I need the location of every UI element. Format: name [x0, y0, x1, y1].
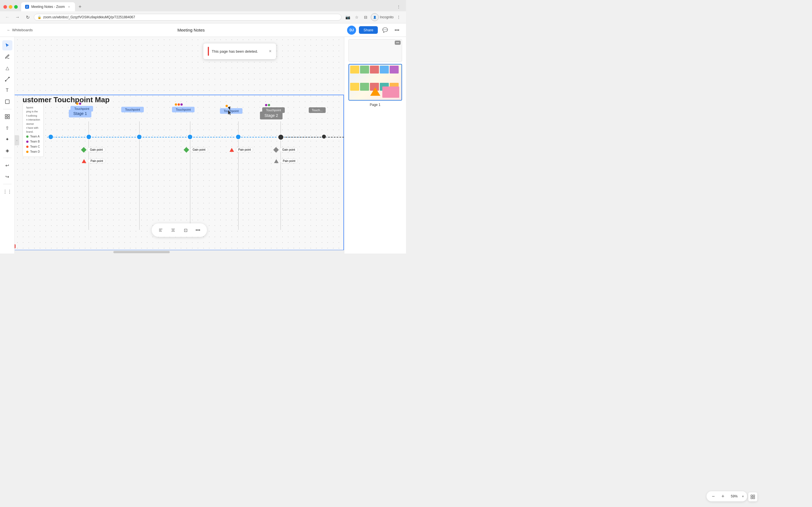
touchpoint-5: Touchpoint — [262, 107, 285, 113]
user-avatar-button[interactable]: DJ — [347, 25, 356, 35]
split-view-icon[interactable]: ⊟ — [362, 13, 370, 21]
bookmark-icon[interactable]: ☆ — [353, 13, 361, 21]
eraser-tool-button[interactable]: ◈ — [2, 145, 12, 156]
blank-page-more-button[interactable]: ••• — [395, 41, 401, 45]
team-c-dot — [26, 146, 29, 148]
lock-icon: 🔒 — [38, 15, 42, 19]
toast-message: This page has been deleted. — [212, 49, 258, 54]
page-title: Meeting Notes — [35, 27, 347, 33]
tab-close-button[interactable]: × — [67, 5, 71, 9]
maximize-button[interactable] — [14, 5, 18, 9]
comment-button[interactable]: 💬 — [380, 25, 390, 35]
svg-rect-6 — [8, 117, 9, 119]
scrollbar-area[interactable] — [15, 250, 344, 253]
tp3-team-d — [175, 103, 177, 106]
legend-team-b: Team B — [26, 139, 40, 144]
blank-page-thumbnail[interactable]: ••• — [349, 39, 402, 62]
profile-button[interactable]: 👤 — [371, 13, 378, 21]
tp4-team-d — [225, 105, 228, 107]
pain-triangle-3 — [274, 159, 278, 163]
align-left-button[interactable] — [156, 226, 165, 235]
left-toolbar: △ T ⇧ ✦ ◈ ↩ ↪ ⋮⋮ — [0, 37, 15, 253]
right-panel: ••• Pag — [344, 37, 406, 253]
more-toolbar-button[interactable]: ••• — [193, 226, 202, 235]
canvas-border-right — [343, 95, 344, 250]
legend-team-d: Team D — [26, 149, 40, 154]
page-label: Page 1 — [370, 103, 380, 107]
browser-actions: 📷 ☆ ⊟ 👤 Incognito ⋮ — [344, 13, 403, 21]
browser-chrome: Z Meeting Notes - Zoom × + ⋮ ← → ↻ 🔒 zoo… — [0, 0, 406, 23]
shapes-tool-button[interactable]: △ — [2, 63, 12, 73]
active-tab[interactable]: Z Meeting Notes - Zoom × — [21, 2, 75, 11]
header-actions: DJ Share 💬 ••• — [347, 25, 402, 35]
toast-close-button[interactable]: × — [269, 49, 271, 54]
journey-dot-start — [48, 134, 54, 140]
minimize-button[interactable] — [9, 5, 12, 9]
gain-point-1: Gain point — [82, 147, 105, 152]
journey-dot-4 — [236, 134, 241, 140]
tab-favicon: Z — [25, 5, 29, 9]
align-center-button[interactable] — [168, 226, 177, 235]
magic-tool-button[interactable]: ✦ — [2, 134, 12, 144]
share-button[interactable]: Share — [359, 26, 378, 34]
canvas-border-top — [15, 95, 344, 95]
gain-label-3: Gain point — [280, 147, 298, 152]
redo-button[interactable]: ↪ — [2, 172, 12, 182]
team-d-indicator — [76, 103, 79, 105]
window-controls — [3, 5, 18, 9]
new-tab-button[interactable]: + — [76, 3, 84, 11]
pain-label-1: Pain point — [88, 159, 105, 163]
collapse-handle[interactable]: ‹ — [15, 135, 19, 145]
touchpoint-6: Touch... — [309, 107, 326, 113]
menu-icon[interactable]: ⋮ — [395, 13, 403, 21]
pain-label-2: Pain point — [236, 147, 253, 152]
journey-dot-3 — [187, 134, 193, 140]
back-arrow-icon: ← — [7, 28, 10, 32]
deleted-page-toast: This page has been deleted. × — [203, 43, 276, 59]
pain-triangle-2 — [230, 148, 234, 152]
pencil-tool-button[interactable] — [2, 52, 12, 62]
camera-off-icon[interactable]: 📷 — [344, 13, 352, 21]
back-to-whiteboards-button[interactable]: ← Whiteboards — [4, 26, 35, 34]
gain-point-2: Gain point — [185, 147, 208, 152]
svg-rect-3 — [5, 115, 7, 116]
tab-bar: Z Meeting Notes - Zoom × + ⋮ — [0, 0, 406, 11]
grid-button[interactable]: ⋮⋮ — [2, 186, 12, 196]
pain-point-1: Pain point — [82, 159, 105, 163]
back-nav-button[interactable]: ← — [3, 13, 11, 21]
page-thumbnail[interactable] — [349, 64, 402, 101]
team-b-dot — [26, 140, 29, 143]
gain-diamond-2 — [184, 147, 189, 153]
select-tool-button[interactable] — [2, 40, 12, 50]
toolbar-divider — [3, 109, 11, 109]
touchpoint-4: Touchpoint — [220, 108, 243, 114]
legend-desc: hpointping is thef outliningn interactio… — [26, 106, 40, 134]
text-tool-button[interactable]: T — [2, 86, 12, 96]
frame-button[interactable]: ⊡ — [181, 226, 190, 235]
extensions-button[interactable]: ⋮ — [395, 3, 403, 11]
undo-button[interactable]: ↩ — [2, 160, 12, 170]
tab-title: Meeting Notes - Zoom — [31, 5, 65, 9]
reload-button[interactable]: ↻ — [24, 13, 32, 21]
journey-dot-2 — [137, 134, 142, 140]
scrollbar-thumb[interactable] — [113, 251, 170, 253]
gain-label-1: Gain point — [87, 147, 105, 152]
more-options-button[interactable]: ••• — [393, 25, 402, 35]
svg-point-0 — [5, 80, 6, 81]
rectangle-tool-button[interactable] — [2, 97, 12, 107]
touchpoint-2: Touchpoint — [121, 107, 144, 112]
line-tool-button[interactable] — [2, 74, 12, 84]
upload-tool-button[interactable]: ⇧ — [2, 123, 12, 133]
forward-nav-button[interactable]: → — [13, 13, 21, 21]
team-a-label: Team A — [30, 134, 40, 139]
frames-tool-button[interactable] — [2, 112, 12, 122]
close-button[interactable] — [3, 5, 7, 9]
canvas-area[interactable]: ustomer Touchpoint Map hpointping is the… — [15, 37, 344, 253]
team-d-dot — [26, 151, 29, 153]
team-b-label: Team B — [30, 139, 40, 144]
pain-point-3: Pain point — [274, 159, 298, 163]
legend-box: hpointping is thef outliningn interactio… — [22, 103, 44, 157]
url-bar[interactable]: 🔒 zoom.us/wb/doc/_GzqzfVOSIKu9apIdkkuMQ/… — [34, 14, 342, 20]
svg-rect-2 — [5, 100, 9, 104]
gain-diamond-3 — [273, 147, 279, 153]
